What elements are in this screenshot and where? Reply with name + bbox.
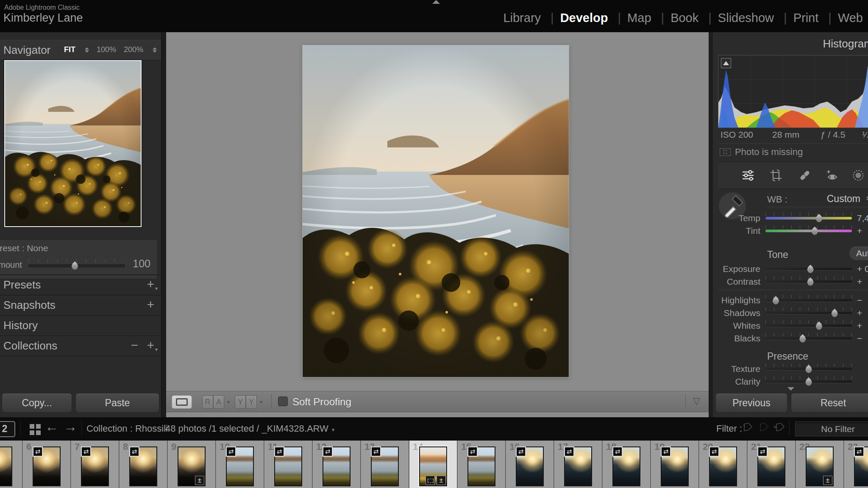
healing-tool-icon[interactable] [798, 169, 812, 182]
active-view-button[interactable]: A [213, 395, 224, 409]
sync-badge-icon[interactable]: ⇄ [854, 446, 864, 457]
crop-badge-icon[interactable] [426, 476, 435, 485]
temp-slider[interactable] [765, 217, 852, 219]
adjustment-badge-icon[interactable]: ± [437, 476, 446, 485]
shadow-clipping-icon[interactable] [721, 58, 731, 68]
soft-proofing-checkbox[interactable] [278, 396, 288, 406]
collapse-top-panel-icon[interactable] [432, 0, 440, 4]
wb-selected-value[interactable]: Custom [815, 193, 860, 205]
flag-unflagged-icon[interactable] [758, 422, 771, 433]
filmstrip-cell-19[interactable]: 19⇄ [651, 441, 699, 488]
remove-collection-icon[interactable]: − [131, 338, 138, 352]
sync-badge-icon[interactable]: ⇄ [757, 446, 768, 457]
module-develop[interactable]: Develop [544, 11, 608, 25]
panel-collapse-icon[interactable] [787, 387, 794, 391]
history-section-header[interactable]: History [0, 315, 161, 336]
filmstrip-cell-22[interactable]: 22± [796, 441, 844, 488]
thumb-photo[interactable]: ⇄ [371, 446, 399, 486]
previous-button[interactable]: Previous [715, 393, 787, 413]
crop-tool-icon[interactable] [769, 169, 783, 182]
main-photo[interactable] [303, 45, 569, 377]
sync-badge-icon[interactable]: ⇄ [661, 446, 671, 457]
next-photo-icon[interactable]: → [64, 419, 77, 435]
sync-badge-icon[interactable]: ⇄ [467, 446, 478, 457]
blacks-slider[interactable] [765, 337, 852, 340]
snapshots-section-header[interactable]: Snapshots + [0, 295, 161, 316]
module-map[interactable]: Map [612, 11, 651, 25]
filmstrip-cell-23[interactable]: 23⇄ [844, 441, 868, 488]
texture-slider[interactable] [765, 368, 852, 370]
add-snapshot-icon[interactable]: + [147, 297, 154, 312]
compare-left-button[interactable]: Y [235, 395, 246, 409]
sync-badge-icon[interactable]: ⇄ [323, 446, 333, 457]
second-monitor-button[interactable]: 2 [0, 421, 15, 437]
zoom-level-spinner-icon[interactable] [153, 47, 157, 53]
filmstrip-cell-20[interactable]: 20⇄ [699, 441, 748, 488]
filmstrip-cell-6[interactable]: 6⇄ [23, 441, 71, 488]
compare-right-button[interactable]: Y [246, 395, 257, 409]
thumb-photo[interactable]: ⇄ [226, 446, 254, 486]
thumb-photo[interactable]: ⇄ [757, 446, 785, 486]
filmstrip-cell-18[interactable]: 18⇄ [603, 441, 651, 488]
compare-dropdown-icon[interactable]: ▾ [260, 399, 262, 405]
thumb-photo[interactable]: ⇄ [854, 446, 868, 486]
masking-tool-icon[interactable] [851, 169, 865, 182]
selection-status[interactable]: 48 photos /1 selected / _KIM4328.ARW▾ [165, 423, 334, 434]
add-preset-icon[interactable]: + [147, 277, 154, 291]
thumb-photo[interactable]: ⇄ [81, 446, 109, 486]
zoom-fit-spinner-icon[interactable] [85, 47, 89, 53]
amount-slider[interactable] [28, 264, 125, 267]
filmstrip-cell-21[interactable]: 21⇄ [748, 441, 796, 488]
wb-spinner-icon[interactable] [866, 196, 868, 201]
sync-badge-icon[interactable]: ⇄ [81, 446, 91, 457]
navigator-preview[interactable] [4, 60, 142, 227]
exposure-slider[interactable] [765, 268, 852, 270]
amount-slider-thumb[interactable] [71, 261, 78, 270]
histogram-box[interactable] [718, 55, 868, 128]
filmstrip-cell-12[interactable]: 12⇄ [313, 441, 361, 488]
filmstrip-dropdown-icon[interactable]: ▾ [332, 427, 335, 433]
reset-button[interactable]: Reset [791, 393, 868, 413]
sync-badge-icon[interactable]: ⇄ [371, 446, 381, 457]
highlights-slider[interactable] [765, 299, 852, 302]
thumb-photo[interactable]: ± [419, 446, 447, 486]
thumb-photo[interactable]: ⇄ [33, 446, 61, 486]
thumb-photo[interactable]: ⇄ [709, 446, 737, 486]
filmstrip-cell-10[interactable]: 10⇄ [216, 441, 264, 488]
thumb-photo[interactable]: ⇄ [274, 446, 302, 486]
exposure-slider-thumb[interactable] [807, 265, 814, 273]
collections-menu-icon[interactable]: ▾ [155, 347, 158, 352]
clarity-slider[interactable] [765, 380, 852, 383]
thumb-photo[interactable]: ⇄ [323, 446, 351, 486]
module-library[interactable]: Library [503, 11, 541, 25]
filmstrip-cell-9[interactable]: 9± [168, 441, 216, 488]
whites-slider[interactable] [765, 324, 852, 327]
module-web[interactable]: Web [822, 11, 863, 25]
thumb-photo[interactable]: ⇄ [564, 446, 592, 486]
sync-badge-icon[interactable]: ⇄ [226, 446, 236, 457]
module-slideshow[interactable]: Slideshow [702, 11, 774, 25]
sync-badge-icon[interactable]: ⇄ [516, 446, 526, 457]
shadows-slider[interactable] [765, 312, 852, 314]
filmstrip-cell-16[interactable]: 16⇄ [506, 441, 554, 488]
auto-tone-button[interactable]: Auto [849, 247, 868, 260]
module-book[interactable]: Book [655, 11, 699, 25]
collections-section-header[interactable]: Collections − + ▾ [0, 336, 161, 357]
before-after-dropdown-icon[interactable]: ▾ [227, 399, 230, 405]
contrast-slider[interactable] [765, 280, 852, 283]
reference-view-button[interactable]: R [202, 395, 213, 409]
filmstrip-cell-7[interactable]: 7⇄ [71, 441, 120, 488]
flag-rejected-icon[interactable] [773, 422, 786, 433]
sync-badge-icon[interactable]: ⇄ [33, 446, 43, 457]
sync-badge-icon[interactable]: ⇄ [709, 446, 719, 457]
copy-button[interactable]: Copy... [2, 393, 72, 413]
filmstrip-cell-15[interactable]: 15⇄ [458, 441, 506, 488]
collection-breadcrumb[interactable]: Collection : Rhossili [86, 423, 168, 434]
filmstrip-cell-13[interactable]: 13⇄ [361, 441, 409, 488]
zoom-200-button[interactable]: 200% [124, 45, 143, 54]
thumb-photo[interactable]: ± [806, 446, 834, 486]
thumb-photo[interactable]: ± [178, 446, 206, 486]
sync-badge-icon[interactable]: ⇄ [564, 446, 574, 457]
basic-adjustments-icon[interactable] [741, 169, 755, 182]
loupe-view-button[interactable] [172, 395, 192, 409]
